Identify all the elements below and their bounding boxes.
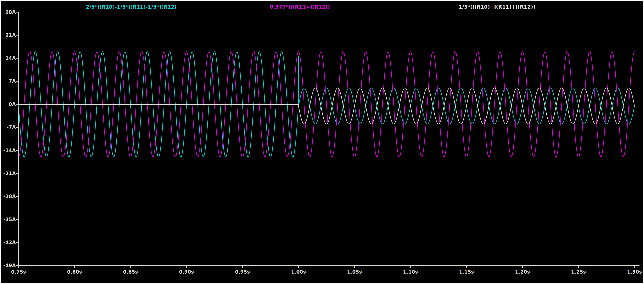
y-tick-label: 0A <box>0 101 16 107</box>
x-tick-label: 0.75s <box>11 269 26 275</box>
y-tick-label: -28A <box>0 194 16 199</box>
x-tick-label: 1.15s <box>459 269 474 275</box>
y-tick-label: -7A <box>0 124 16 130</box>
x-tick-label: 1.25s <box>571 269 586 275</box>
y-tick-label: -49A <box>0 263 16 268</box>
legend-trace-alpha: 2/3*I(R10)-1/3*I(R11)-1/3*I(R12) <box>86 4 177 10</box>
x-tick-label: 1.00s <box>291 269 306 275</box>
x-tick-label: 0.85s <box>123 269 138 275</box>
legend-trace-zero: 1/3*(I(R10)+I(R11)+I(R12)) <box>459 4 535 10</box>
y-tick-label: 7A <box>0 78 16 84</box>
y-tick-label: 14A <box>0 55 16 61</box>
x-tick-label: 1.05s <box>347 269 362 275</box>
x-tick-label: 0.95s <box>235 269 250 275</box>
y-tick-label: -21A <box>0 171 16 176</box>
x-tick-label: 1.10s <box>403 269 418 275</box>
x-tick-label: 0.90s <box>179 269 194 275</box>
y-tick-label: 21A <box>0 32 16 38</box>
y-tick-label: -14A <box>0 148 16 153</box>
x-tick-label: 1.30s <box>627 269 642 275</box>
legend-trace-beta: 0.577*(I(R11)-I(R12)) <box>270 4 330 10</box>
x-tick-label: 0.80s <box>67 269 82 275</box>
y-tick-label: -42A <box>0 240 16 245</box>
x-tick-label: 1.20s <box>515 269 530 275</box>
y-tick-label: 28A <box>0 9 16 15</box>
trace-legend: 2/3*I(R10)-1/3*I(R11)-1/3*I(R12) 0.577*(… <box>0 4 644 12</box>
waveform-plot <box>0 0 644 284</box>
y-tick-label: -35A <box>0 217 16 222</box>
